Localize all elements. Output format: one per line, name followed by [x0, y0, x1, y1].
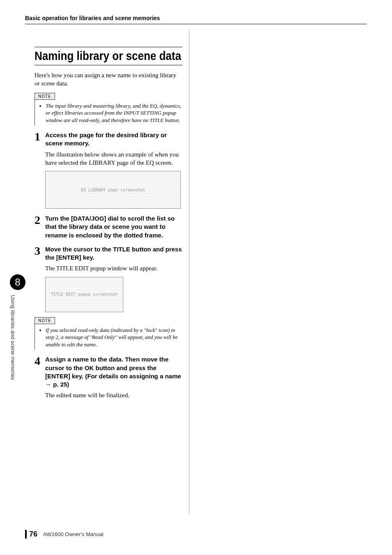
note-box-2: NOTE If you selected read-only data (ind…: [35, 316, 182, 350]
step-2: 2 Turn the [DATA/JOG] dial to scroll the…: [35, 214, 182, 240]
screenshot-eq-library-inner: EQ LIBRARY page screenshot: [47, 173, 179, 207]
screenshot-title-edit-img: TITLE EDIT popup screenshot: [45, 277, 123, 312]
step-3-body: The TITLE EDIT popup window will appear.: [45, 264, 182, 272]
step-3-num: 3: [35, 245, 45, 262]
screenshot-eq-library: EQ LIBRARY page screenshot: [45, 171, 182, 209]
step-2-title: Turn the [DATA/JOG] dial to scroll the l…: [45, 214, 182, 240]
page-footer: 76 AW1600 Owner's Manual: [25, 530, 104, 539]
step-1: 1 Access the page for the desired librar…: [35, 131, 182, 148]
section-title-block: Naming library or scene data: [35, 47, 182, 65]
side-tab: 8 Using libraries and scene memories: [10, 274, 26, 421]
screenshot-eq-library-label: EQ LIBRARY page screenshot: [81, 188, 145, 192]
step-1-body: The illustration below shows an example …: [45, 150, 182, 167]
screenshot-title-edit-label: TITLE EDIT popup screenshot: [51, 292, 118, 297]
page-number: 76: [25, 530, 37, 539]
step-4-num: 4: [35, 355, 45, 389]
note-label-1: NOTE: [35, 93, 55, 100]
step-4-body: The edited name will be finalized.: [45, 391, 182, 399]
step-1-num: 1: [35, 131, 45, 148]
section-title: Naming library or scene data: [35, 49, 182, 63]
note-text-1: The input library and mastering library,…: [46, 102, 182, 124]
note-body-1: The input library and mastering library,…: [35, 100, 182, 126]
chapter-label: Using libraries and scene memories: [10, 295, 16, 418]
screenshot-title-edit-inner: TITLE EDIT popup screenshot: [47, 279, 121, 310]
section-intro: Here's how you can assign a new name to …: [35, 71, 182, 88]
manual-name: AW1600 Owner's Manual: [43, 531, 104, 537]
note-box-1: NOTE The input library and mastering lib…: [35, 92, 182, 126]
main-column: Naming library or scene data Here's how …: [35, 47, 182, 404]
step-2-num: 2: [35, 214, 45, 240]
screenshot-title-edit: TITLE EDIT popup screenshot: [45, 277, 182, 312]
step-4-title: Assign a name to the data. Then move the…: [45, 355, 182, 389]
header-breadcrumb: Basic operation for libraries and scene …: [25, 15, 367, 21]
page: Basic operation for libraries and scene …: [0, 0, 392, 555]
chapter-number: 8: [15, 276, 20, 288]
note-text-2: If you selected read-only data (indicate…: [46, 327, 182, 348]
column-rule: [189, 30, 189, 514]
screenshot-eq-library-img: EQ LIBRARY page screenshot: [45, 171, 181, 209]
step-3: 3 Move the cursor to the TITLE button an…: [35, 245, 182, 262]
step-3-title: Move the cursor to the TITLE button and …: [45, 245, 182, 262]
page-header: Basic operation for libraries and scene …: [25, 15, 367, 24]
chapter-circle: 8: [10, 274, 25, 290]
step-4: 4 Assign a name to the data. Then move t…: [35, 355, 182, 389]
note-label-2: NOTE: [35, 317, 55, 324]
step-1-title: Access the page for the desired library …: [45, 131, 182, 148]
note-body-2: If you selected read-only data (indicate…: [35, 324, 182, 350]
